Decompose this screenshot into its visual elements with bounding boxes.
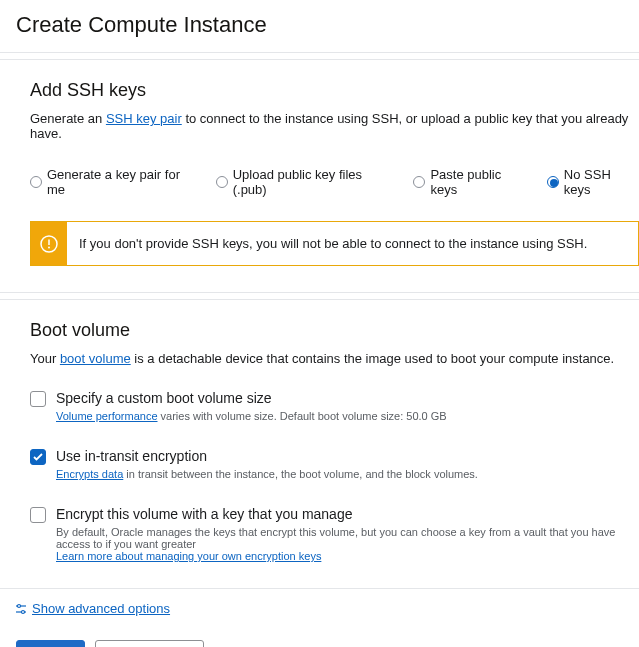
save-stack-button[interactable]: Save as Stack [95, 640, 204, 647]
transit-encryption-label: Use in-transit encryption [56, 448, 207, 464]
boot-heading: Boot volume [30, 320, 639, 341]
radio-icon [547, 176, 559, 188]
ssh-panel: Add SSH keys Generate an SSH key pair to… [0, 59, 639, 293]
volume-performance-link[interactable]: Volume performance [56, 410, 158, 422]
page-title: Create Compute Instance [16, 12, 623, 38]
custom-boot-size-group: Specify a custom boot volume size Volume… [30, 390, 639, 422]
custom-boot-size-label: Specify a custom boot volume size [56, 390, 272, 406]
transit-encryption-help: Encrypts data in transit between the ins… [56, 468, 639, 480]
advanced-options-link[interactable]: Show advanced options [32, 601, 170, 616]
encrypt-volume-checkbox[interactable] [30, 507, 46, 523]
custom-boot-size-help: Volume performance varies with volume si… [56, 410, 639, 422]
radio-icon [30, 176, 42, 188]
radio-paste-key[interactable]: Paste public keys [413, 167, 528, 197]
radio-icon [216, 176, 228, 188]
ssh-warning-text: If you don't provide SSH keys, you will … [67, 222, 599, 265]
transit-encryption-checkbox[interactable] [30, 449, 46, 465]
ssh-description: Generate an SSH key pair to connect to t… [30, 111, 639, 141]
ssh-keypair-link[interactable]: SSH key pair [106, 111, 182, 126]
ssh-warning-alert: If you don't provide SSH keys, you will … [30, 221, 639, 266]
encrypt-volume-label: Encrypt this volume with a key that you … [56, 506, 352, 522]
create-button[interactable]: Create [16, 640, 85, 647]
radio-generate-keypair[interactable]: Generate a key pair for me [30, 167, 198, 197]
radio-icon [413, 176, 425, 188]
svg-point-4 [18, 604, 21, 607]
boot-volume-link[interactable]: boot volume [60, 351, 131, 366]
radio-no-ssh[interactable]: No SSH keys [547, 167, 639, 197]
encrypts-data-link[interactable]: Encrypts data [56, 468, 123, 480]
custom-boot-size-checkbox[interactable] [30, 391, 46, 407]
encrypt-volume-help: By default, Oracle manages the keys that… [56, 526, 639, 562]
warning-icon [31, 222, 67, 265]
action-buttons: Create Save as Stack Cancel [0, 628, 639, 647]
transit-encryption-group: Use in-transit encryption Encrypts data … [30, 448, 639, 480]
radio-upload-key[interactable]: Upload public key files (.pub) [216, 167, 396, 197]
ssh-heading: Add SSH keys [30, 80, 639, 101]
boot-description: Your boot volume is a detachable device … [30, 351, 639, 366]
settings-icon [14, 602, 28, 616]
encrypt-volume-group: Encrypt this volume with a key that you … [30, 506, 639, 562]
svg-point-6 [22, 610, 25, 613]
advanced-options-toggle[interactable]: Show advanced options [0, 589, 639, 622]
page-header: Create Compute Instance [0, 0, 639, 53]
ssh-radio-group: Generate a key pair for me Upload public… [30, 167, 639, 197]
boot-panel: Boot volume Your boot volume is a detach… [0, 299, 639, 589]
svg-point-2 [48, 246, 50, 248]
encryption-keys-link[interactable]: Learn more about managing your own encry… [56, 550, 321, 562]
